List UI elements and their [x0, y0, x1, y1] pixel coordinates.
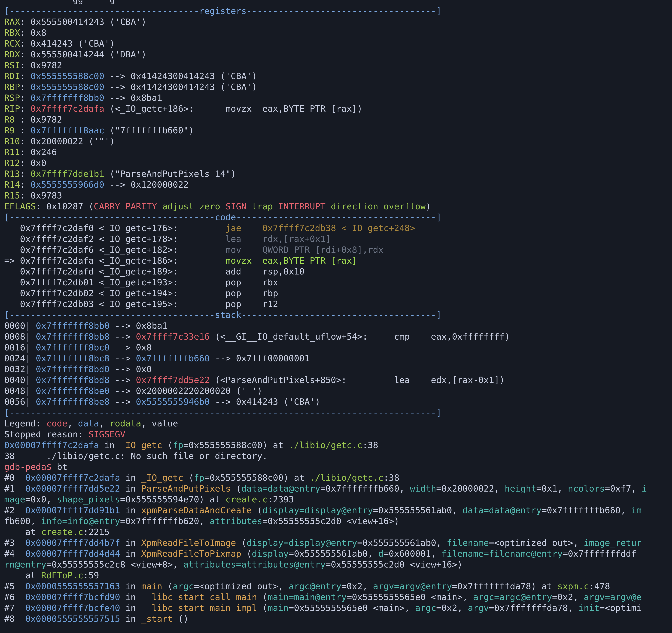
text-segment: [194, 201, 199, 211]
text-segment: image_retur: [584, 538, 642, 548]
text-segment: argc: [173, 581, 194, 591]
text-segment: [326, 201, 331, 211]
text-segment: 0x7ffff7c2daf2 <_IO_getc+178>:: [4, 234, 225, 244]
text-segment: attributes=attributes@entry: [184, 560, 326, 570]
text-segment: (<ParseAndPutPixels+850>: lea edx,[rax-0…: [210, 375, 505, 385]
text-segment: display=display@entry: [262, 505, 373, 515]
text-segment: =0x555555588c00) at: [205, 473, 310, 483]
text-segment: height: [505, 484, 536, 494]
register-r9: R9 : 0x7fffffff8aac ("7fffffffb660"): [4, 125, 672, 136]
text-segment: 0x7ffff7c2db02 <_IO_getc+194>: pop rbp: [4, 288, 278, 298]
text-segment: R9: [4, 125, 20, 136]
text-segment: in: [120, 581, 141, 591]
text-segment: => 0x7ffff7c2dafa <_IO_getc+186>:: [4, 256, 225, 266]
text-segment: 0x00007ffff7bcfe40: [25, 603, 120, 613]
text-segment: --> 0x2000002220200020 (' '): [110, 386, 262, 396]
text-segment: #8: [4, 614, 25, 624]
register-rbp: RBP: 0x555555588c00 --> 0x41424300414243…: [4, 81, 672, 92]
text-segment: argc: [415, 603, 436, 613]
text-segment: ,: [67, 418, 78, 428]
text-segment: =0x1,: [536, 484, 568, 494]
text-segment: [157, 201, 162, 211]
bt-frame-3: #3 0x00007ffff7dd4b7f in XpmReadFileToIm…: [4, 537, 672, 548]
code-line-pop-r12: 0x7ffff7c2db03 <_IO_getc+195>: pop r12: [4, 299, 672, 309]
text-segment: (: [252, 505, 262, 515]
text-segment: 0x555555588c00: [31, 71, 104, 81]
text-segment: 0x7ffff7c2daf0 <_IO_getc+176>:: [4, 223, 225, 233]
text-segment: =0x7fffffffda78) at: [452, 581, 557, 591]
text-segment: ("7fffffffb660"): [104, 125, 194, 136]
text-segment: mov QWORD PTR [rdi+0x8],rdx: [225, 245, 383, 255]
text-segment: argv=argv@entry: [373, 581, 452, 591]
text-segment: zero: [199, 201, 220, 211]
bt-frame-1: #1 0x00007ffff7dd5e22 in ParseAndPutPixe…: [4, 483, 672, 494]
text-segment: :: [20, 125, 30, 136]
text-segment: : 0x246: [20, 147, 57, 157]
text-segment: fb600,: [4, 516, 41, 526]
text-segment: R14: [4, 180, 20, 190]
text-segment: :38: [362, 440, 378, 450]
text-segment: RSP: [4, 93, 20, 103]
prompt-line: gdb-peda$ bt: [4, 462, 672, 472]
text-segment: [---------------------------------------…: [4, 407, 441, 418]
text-segment: =0x555555561ab0,: [373, 505, 462, 515]
register-eflags: EFLAGS: 0x10287 (CARRY PARITY adjust zer…: [4, 201, 672, 212]
text-segment: direction: [331, 201, 378, 211]
text-segment: :2215: [83, 527, 110, 537]
text-segment: 0x7ffff7c2dafa: [31, 103, 104, 114]
text-segment: XpmReadFileToPixmap: [141, 548, 241, 559]
text-segment: _IO_getc: [120, 440, 162, 450]
text-segment: :2393: [268, 494, 294, 505]
bt-frame-0: #0 0x00007ffff7c2dafa in _IO_getc (fp=0x…: [4, 472, 672, 483]
text-segment: 0x00007ffff7dd91b1: [25, 505, 120, 515]
bt-frame-1-wrap: mage=0x0, shape_pixels=0x555555594e70) a…: [4, 494, 672, 505]
bt-frame-4: #4 0x00007ffff7dd4d44 in XpmReadFileToPi…: [4, 548, 672, 559]
text-segment: :478: [589, 581, 610, 591]
text-segment: -->: [110, 375, 136, 385]
text-segment: 0x555555588c00: [31, 82, 104, 92]
bt-frame-7: #7 0x00007ffff7bcfe40 in __libc_start_ma…: [4, 603, 672, 613]
text-segment: lea rdx,[rax+0x1]: [225, 234, 331, 244]
text-segment: : 0x9783: [20, 190, 62, 201]
separator-stack: [---------------------------------------…: [4, 309, 672, 320]
text-segment: ./libio/getc.c: [289, 440, 362, 450]
text-segment: _start: [141, 614, 173, 624]
text-segment: [273, 201, 278, 211]
text-segment: data: [78, 418, 99, 428]
text-segment: -->: [110, 397, 136, 407]
bt-frame-8: #8 0x0000555555557515 in _start (): [4, 613, 672, 624]
text-segment: :: [20, 169, 30, 179]
text-segment: jae 0x7ffff7c2db38 <_IO_getc+248>: [225, 223, 415, 233]
text-segment: =0x555555594e70) at: [120, 494, 225, 505]
text-segment: =0x7fffffffb660,: [542, 505, 631, 515]
text-segment: 0x7fffffff8bd0: [36, 364, 110, 374]
text-segment: argc@entry: [289, 581, 341, 591]
text-segment: --> 0x8ba1: [110, 321, 167, 331]
register-rsp: RSP: 0x7fffffff8bb0 --> 0x8ba1: [4, 92, 672, 103]
text-segment: [120, 201, 125, 211]
text-segment: #3: [4, 538, 25, 548]
text-segment: 0x5555555946b0: [136, 397, 210, 407]
text-segment: width: [410, 484, 436, 494]
text-segment: RBP: [4, 82, 20, 92]
text-segment: rn@entry: [4, 560, 46, 570]
text-segment: =0x7fffffffddf: [562, 548, 636, 559]
text-segment: RDI: [4, 71, 20, 81]
text-segment: 0x7fffffff8bd8: [36, 375, 110, 385]
text-segment: xpmParseDataAndCreate: [141, 505, 252, 515]
source-error-line: 38 ./libio/getc.c: No such file or direc…: [4, 451, 672, 462]
text-segment: R13: [4, 169, 20, 179]
register-rdx: RDX: 0x555500414244 ('DBA'): [4, 49, 672, 60]
text-segment: [---------------------------------------…: [4, 212, 441, 222]
text-segment: 0x7ffff7c2db01 <_IO_getc+193>: pop rbx: [4, 277, 278, 287]
text-segment: gdb-peda$: [4, 462, 52, 472]
text-segment: (<_IO_getc+186>: movzx eax,BYTE PTR [rax…: [104, 103, 362, 114]
text-segment: 38 ./libio/getc.c: No such file or direc…: [4, 451, 268, 461]
clipped-previous-line-text: gg g: [4, 0, 672, 5]
text-segment: (: [236, 538, 246, 548]
text-segment: filename=filename@entry: [441, 548, 562, 559]
text-segment: =0x5555555565e0 <main>,: [289, 603, 415, 613]
text-segment: , value: [141, 418, 178, 428]
text-segment: argc=argc@entry: [473, 592, 552, 602]
code-line-add: 0x7ffff7c2dafd <_IO_getc+189>: add rsp,0…: [4, 266, 672, 277]
